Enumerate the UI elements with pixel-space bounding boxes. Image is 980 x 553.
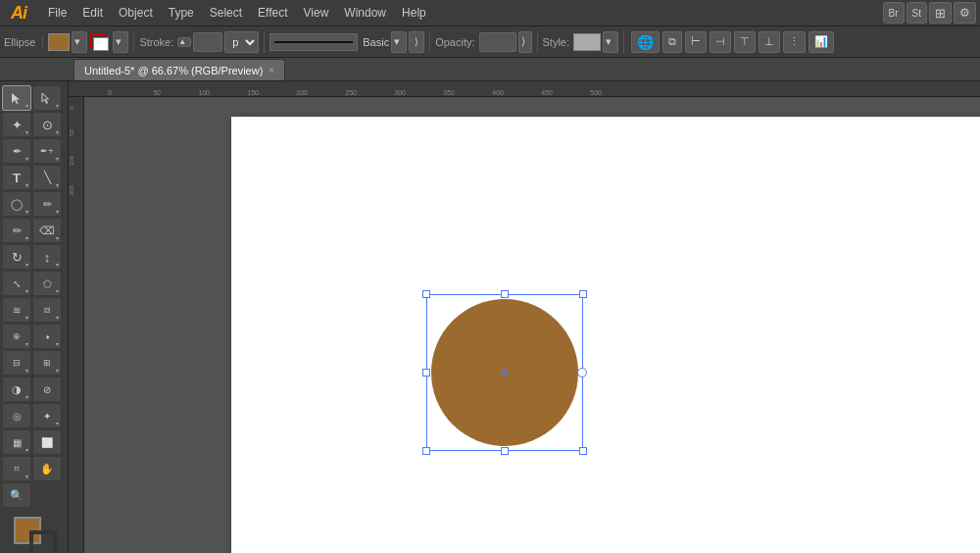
- zoom-tool[interactable]: 🔍: [2, 482, 31, 508]
- perspective-tool[interactable]: ⊟▾: [2, 350, 31, 376]
- rotate-tool[interactable]: ↻▾: [2, 244, 31, 270]
- menu-edit[interactable]: Edit: [75, 4, 110, 22]
- globe-button[interactable]: 🌐: [631, 31, 660, 53]
- align-center[interactable]: ⊣: [710, 31, 731, 53]
- tool-row-1: ▾ ▾: [2, 85, 66, 111]
- menu-help[interactable]: Help: [395, 4, 433, 22]
- stock-button[interactable]: St: [906, 2, 927, 24]
- opacity-label: Opacity:: [435, 36, 474, 48]
- column-graph-tool[interactable]: ▦▾: [2, 429, 31, 455]
- stroke-style-dropdown[interactable]: ▾: [391, 31, 407, 53]
- stroke-dropdown[interactable]: ▾: [113, 31, 128, 53]
- opacity-section: Opacity: 100% ⟩: [435, 31, 537, 53]
- fill-section[interactable]: ▾ ▾: [48, 31, 134, 53]
- tool-row-16: 🔍: [2, 482, 66, 508]
- menu-object[interactable]: Object: [112, 4, 160, 22]
- stroke-style-section[interactable]: Basic ▾ ⟩: [270, 31, 430, 53]
- menu-view[interactable]: View: [297, 4, 336, 22]
- scale-tool[interactable]: ⤡▾: [2, 271, 31, 296]
- tool-row-4: T▾ ╲▾: [2, 165, 66, 190]
- menu-file[interactable]: File: [41, 4, 74, 22]
- gradient-tool[interactable]: ◑▾: [2, 377, 31, 402]
- magic-wand-tool[interactable]: ✦▾: [2, 112, 31, 137]
- type-tool[interactable]: T▾: [2, 165, 31, 190]
- doc-tab-active[interactable]: Untitled-5* @ 66.67% (RGB/Preview) ×: [74, 59, 285, 80]
- style-swatch[interactable]: [573, 33, 601, 51]
- distribute-h[interactable]: ⊥: [759, 31, 780, 53]
- align-left[interactable]: ⊢: [685, 31, 707, 53]
- style-dropdown[interactable]: ▾: [603, 31, 618, 53]
- mesh-tool[interactable]: ⊞▾: [32, 350, 62, 376]
- chart-button[interactable]: 📊: [808, 31, 834, 53]
- handle-top-center[interactable]: [501, 290, 509, 298]
- pen-tool[interactable]: ✒▾: [2, 138, 31, 164]
- basic-label: Basic: [363, 36, 389, 48]
- menu-type[interactable]: Type: [162, 4, 201, 22]
- artboard-tool[interactable]: ⬜: [32, 429, 62, 455]
- add-anchor-tool[interactable]: ✒+▾: [32, 138, 62, 164]
- handle-middle-left[interactable]: [422, 369, 430, 377]
- distribute-v[interactable]: ⋮: [783, 31, 806, 53]
- stroke-style-preview[interactable]: [270, 33, 358, 51]
- left-tools-panel: ▾ ▾ ✦▾ ⊙▾ ✒▾ ✒+▾ T▾ ╲▾ ◯▾ ✏▾ ✏▾: [0, 81, 69, 553]
- direct-selection-tool[interactable]: ▾: [32, 85, 62, 111]
- tool-row-14: ▦▾ ⬜: [2, 429, 66, 455]
- shape-type-label: Ellipse: [4, 36, 35, 48]
- stroke-swatch-mini[interactable]: [29, 530, 57, 553]
- handle-top-right[interactable]: [579, 290, 587, 298]
- doc-close-button[interactable]: ×: [269, 65, 274, 75]
- stroke-up[interactable]: ▲: [177, 37, 191, 47]
- tool-row-13: ◎ ✦▾: [2, 403, 66, 428]
- fill-color-swatch[interactable]: [48, 33, 70, 51]
- handle-bottom-center[interactable]: [501, 447, 509, 455]
- app-logo: Ai: [4, 3, 33, 24]
- shape-builder-tool[interactable]: ⊕▾: [2, 324, 31, 349]
- stroke-section: Stroke: ▲ ptpx: [139, 31, 265, 53]
- slice-tool[interactable]: ⌗▾: [2, 456, 31, 481]
- canvas-area[interactable]: 0 50 100 150 200 250 300 350 400 450 500…: [69, 81, 980, 553]
- transform-button[interactable]: ⧉: [662, 31, 682, 53]
- free-transform-tool[interactable]: ⧈▾: [32, 297, 62, 323]
- menu-effect[interactable]: Effect: [251, 4, 294, 22]
- hand-tool[interactable]: ✋: [32, 456, 62, 481]
- menu-window[interactable]: Window: [337, 4, 393, 22]
- style-section: Style: ▾: [543, 31, 625, 53]
- ellipse-tool[interactable]: ◯▾: [2, 191, 31, 217]
- symbol-sprayer-tool[interactable]: ✦▾: [32, 403, 62, 428]
- workspace-button[interactable]: ⊞: [929, 2, 952, 24]
- paint-brush-tool[interactable]: ✏▾: [32, 191, 62, 217]
- align-right[interactable]: ⊤: [734, 31, 756, 53]
- menu-select[interactable]: Select: [203, 4, 249, 22]
- pencil-tool[interactable]: ✏▾: [2, 218, 31, 243]
- tool-row-10: ⊕▾ ⬧▾: [2, 324, 66, 349]
- handle-bottom-right[interactable]: [579, 447, 587, 455]
- lasso-tool[interactable]: ⊙▾: [32, 112, 62, 137]
- stroke-input[interactable]: [193, 32, 222, 52]
- opacity-input[interactable]: 100%: [479, 32, 516, 52]
- tool-row-8: ⤡▾ ⬠▾: [2, 271, 66, 296]
- sync-button[interactable]: ⚙: [954, 2, 976, 24]
- bridge-button[interactable]: Br: [883, 2, 905, 24]
- live-paint-tool[interactable]: ⬧▾: [32, 324, 62, 349]
- handle-top-left[interactable]: [422, 290, 430, 298]
- handle-middle-right[interactable]: [577, 368, 587, 377]
- canvas-work-area[interactable]: [84, 97, 980, 553]
- handle-bottom-left[interactable]: [422, 447, 430, 455]
- shear-tool[interactable]: ⬠▾: [32, 271, 62, 296]
- ellipse-container[interactable]: [422, 290, 587, 455]
- line-segment-tool[interactable]: ╲▾: [32, 165, 62, 190]
- menu-bar: Ai File Edit Object Type Select Effect V…: [0, 0, 980, 26]
- selection-tool[interactable]: ▾: [2, 85, 31, 111]
- doc-tabs: Untitled-5* @ 66.67% (RGB/Preview) ×: [0, 58, 980, 81]
- stroke-unit[interactable]: ptpx: [224, 31, 259, 53]
- opacity-more[interactable]: ⟩: [518, 31, 532, 53]
- eraser-tool[interactable]: ⌫▾: [32, 218, 62, 243]
- eyedropper-tool[interactable]: ⊘: [32, 377, 62, 402]
- main-area: ▾ ▾ ✦▾ ⊙▾ ✒▾ ✒+▾ T▾ ╲▾ ◯▾ ✏▾ ✏▾: [0, 81, 980, 553]
- reflect-tool[interactable]: ↕▾: [32, 244, 62, 270]
- warp-tool[interactable]: ≋▾: [2, 297, 31, 323]
- blend-tool[interactable]: ◎: [2, 403, 31, 428]
- fill-dropdown[interactable]: ▾: [72, 31, 87, 53]
- style-label: Style:: [543, 36, 570, 48]
- variable-width[interactable]: ⟩: [409, 31, 424, 53]
